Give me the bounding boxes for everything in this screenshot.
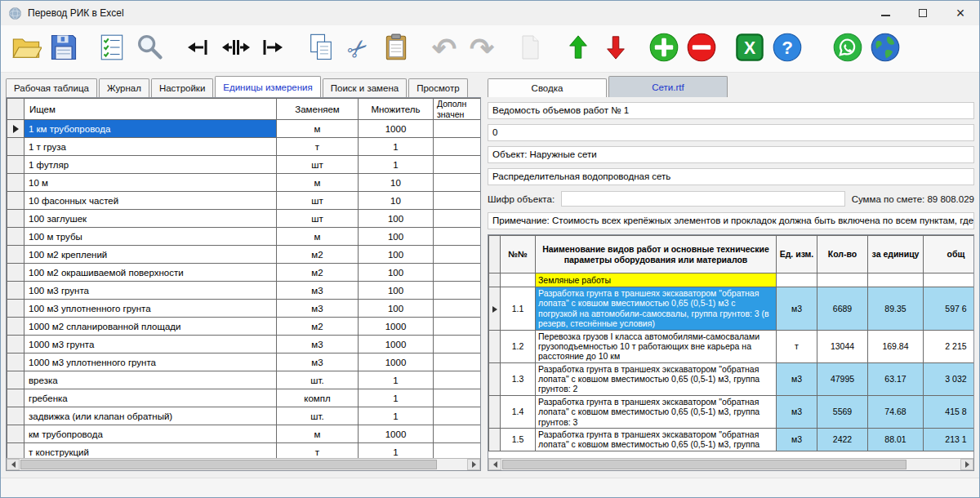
cell-search-text[interactable]: 100 м2 окрашиваемой поверхности <box>24 264 277 282</box>
cell-description[interactable]: Перевозка грузов I класса автомобилями-с… <box>536 330 777 362</box>
cell-unit-price[interactable]: 63.17 <box>868 362 924 395</box>
row-header[interactable] <box>7 336 24 353</box>
doc-number-field[interactable]: 0 <box>488 124 974 141</box>
cell-unit[interactable]: т <box>777 330 817 362</box>
move-down-button[interactable] <box>597 29 635 69</box>
paste-button[interactable] <box>377 29 415 69</box>
minimize-button[interactable] <box>866 1 904 25</box>
cell-extra-value[interactable] <box>434 264 481 282</box>
cell-multiplier[interactable]: 1 <box>359 407 434 425</box>
cell-extra-value[interactable] <box>434 425 481 443</box>
website-button[interactable] <box>866 29 904 69</box>
row-header[interactable] <box>7 282 24 300</box>
cell-replace-text[interactable]: м2 <box>277 318 359 336</box>
cell-total[interactable]: 415 8 <box>924 395 974 428</box>
cell-search-text[interactable]: 1000 м3 уплотненного грунта <box>24 353 277 371</box>
column-header-replace[interactable]: Заменяем <box>277 99 359 120</box>
doc-object-field[interactable]: Объект: Наружные сети <box>488 146 974 163</box>
cell-multiplier[interactable]: 1 <box>359 156 434 174</box>
help-button[interactable]: ? <box>768 29 806 69</box>
row-header[interactable] <box>7 138 24 156</box>
scrollbar-thumb[interactable] <box>20 460 437 469</box>
cell-search-text[interactable]: 1 км трубопровода <box>24 120 277 138</box>
cell-quantity[interactable]: 6689 <box>817 287 868 331</box>
cell-multiplier[interactable]: 10 <box>359 174 434 192</box>
scroll-right-button[interactable] <box>467 459 480 470</box>
cell-replace-text[interactable]: шт <box>277 192 359 210</box>
row-header[interactable] <box>7 264 24 282</box>
row-header[interactable] <box>7 443 24 459</box>
cell-replace-text[interactable]: шт <box>277 210 359 228</box>
cell-unit-price[interactable]: 89.35 <box>868 287 924 331</box>
cell-quantity[interactable]: 47995 <box>817 362 868 395</box>
cell-multiplier[interactable]: 1000 <box>359 425 434 443</box>
cell-search-text[interactable]: гребенка <box>24 389 277 407</box>
row-header[interactable] <box>489 428 501 451</box>
cell-replace-text[interactable]: м <box>277 120 359 138</box>
row-header[interactable] <box>489 330 501 362</box>
doc-title-field[interactable]: Ведомость объемов работ № 1 <box>488 102 974 119</box>
cell-search-text[interactable]: 100 м2 креплений <box>24 246 277 264</box>
cell-extra-value[interactable] <box>434 389 481 407</box>
to-start-button[interactable] <box>179 29 216 69</box>
row-header[interactable] <box>7 156 24 174</box>
cell-unit-price[interactable] <box>868 273 924 287</box>
cell-search-text[interactable]: 100 м3 грунта <box>24 282 277 300</box>
cell-search-text[interactable]: 100 м3 уплотненного грунта <box>24 300 277 318</box>
cell-extra-value[interactable] <box>434 138 481 156</box>
cell-multiplier[interactable]: 100 <box>359 210 434 228</box>
column-header-extra[interactable]: Дополн значен <box>434 99 481 120</box>
scroll-right-button[interactable] <box>960 459 973 470</box>
cell-replace-text[interactable]: т <box>277 443 359 459</box>
cell-extra-value[interactable] <box>434 443 481 459</box>
cell-num[interactable]: 1.2 <box>501 330 536 362</box>
cell-search-text[interactable]: 10 фасонных частей <box>24 192 277 210</box>
row-header[interactable] <box>7 246 24 264</box>
row-header[interactable] <box>7 228 24 246</box>
cell-search-text[interactable]: 1 футляр <box>24 156 277 174</box>
row-header[interactable] <box>7 174 24 192</box>
cell-multiplier[interactable]: 1 <box>359 443 434 459</box>
row-header[interactable] <box>489 395 501 428</box>
cell-multiplier[interactable]: 1000 <box>359 353 434 371</box>
whatsapp-button[interactable] <box>829 29 866 69</box>
cell-num[interactable]: 1.4 <box>501 395 536 428</box>
cell-search-text[interactable]: км трубопровода <box>24 425 277 443</box>
column-header-multiplier[interactable]: Множитель <box>359 99 434 120</box>
corner-header[interactable] <box>489 236 501 273</box>
cell-replace-text[interactable]: м3 <box>277 353 359 371</box>
cell-extra-value[interactable] <box>434 210 481 228</box>
row-header[interactable] <box>7 407 24 425</box>
tab-journal[interactable]: Журнал <box>99 78 149 97</box>
maximize-button[interactable] <box>904 1 942 25</box>
scrollbar-track[interactable] <box>20 459 467 470</box>
cell-search-text[interactable]: т конструкций <box>24 443 277 459</box>
to-end-button[interactable] <box>254 29 292 69</box>
cell-search-text[interactable]: задвижка (или клапан обратный) <box>24 407 277 425</box>
cell-unit-price[interactable]: 88.01 <box>868 428 924 451</box>
cell-replace-text[interactable]: шт <box>277 156 359 174</box>
column-header-search[interactable]: Ищем <box>24 99 277 120</box>
column-header-total[interactable]: общ <box>924 236 974 273</box>
cell-quantity[interactable]: 2422 <box>817 428 868 451</box>
cell-total[interactable]: 213 1 <box>924 428 974 451</box>
column-header-description[interactable]: Наименование видов работ и основные техн… <box>536 236 777 273</box>
cell-unit[interactable]: м3 <box>777 362 817 395</box>
right-horizontal-scrollbar[interactable] <box>488 458 973 470</box>
cell-total[interactable]: 597 6 <box>924 287 974 331</box>
cell-quantity[interactable]: 5569 <box>817 395 868 428</box>
cell-replace-text[interactable]: м <box>277 425 359 443</box>
row-header[interactable] <box>7 192 24 210</box>
save-button[interactable] <box>45 29 82 69</box>
close-button[interactable]: × <box>942 1 979 25</box>
cell-multiplier[interactable]: 10 <box>359 192 434 210</box>
cut-button[interactable]: ✂ <box>340 29 377 69</box>
cell-multiplier[interactable]: 100 <box>359 264 434 282</box>
cell-num[interactable]: 1.3 <box>501 362 536 395</box>
cell-replace-text[interactable]: м <box>277 174 359 192</box>
cell-multiplier[interactable]: 100 <box>359 300 434 318</box>
note-field[interactable]: Примечание: Стоимость всех крепёжных эле… <box>488 212 974 229</box>
cell-extra-value[interactable] <box>434 407 481 425</box>
cell-extra-value[interactable] <box>434 300 481 318</box>
cell-extra-value[interactable] <box>434 371 481 389</box>
